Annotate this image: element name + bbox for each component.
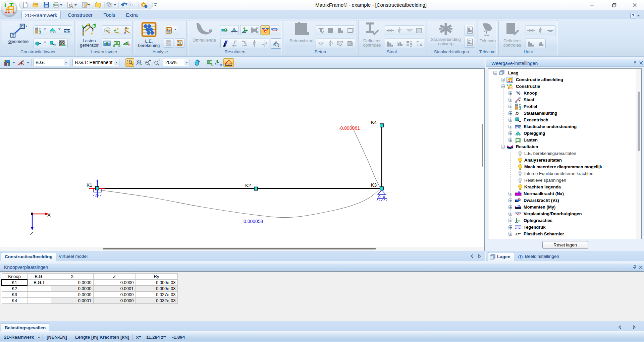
svg-text:X: X: [47, 212, 51, 218]
svg-text:K3: K3: [371, 182, 377, 188]
svg-text:A: A: [484, 32, 487, 36]
svg-text:-0.000061: -0.000061: [339, 125, 360, 131]
svg-text:0.000058: 0.000058: [244, 219, 263, 224]
svg-text:K4: K4: [371, 120, 377, 125]
svg-text:Z: Z: [30, 230, 33, 236]
svg-text:M: M: [518, 204, 520, 207]
svg-text:z: z: [520, 199, 521, 201]
svg-text:K2: K2: [245, 183, 251, 188]
svg-text:K1: K1: [87, 182, 92, 188]
svg-text:?: ?: [178, 41, 181, 46]
